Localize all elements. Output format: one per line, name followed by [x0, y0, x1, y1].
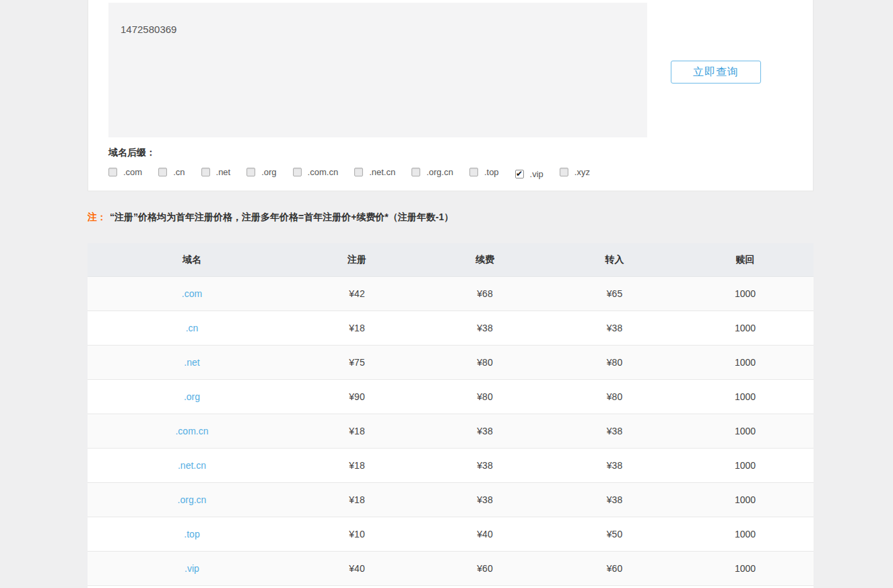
register-price: ¥18: [296, 426, 418, 436]
suffix-checkbox-label: .net: [216, 167, 231, 177]
suffix-checkbox-com[interactable]: .com: [108, 167, 142, 177]
redeem-price: 1000: [677, 563, 814, 574]
renew-price: ¥38: [418, 494, 552, 505]
checkbox-icon[interactable]: [354, 168, 363, 176]
redeem-price: 1000: [677, 357, 814, 368]
suffix-checkbox-net[interactable]: .net: [201, 167, 231, 177]
table-row: .org¥90¥80¥801000: [88, 380, 814, 414]
renew-price: ¥60: [418, 563, 552, 574]
table-row: .org.cn¥18¥38¥381000: [88, 483, 814, 517]
transfer-price: ¥65: [552, 288, 677, 299]
domain-link[interactable]: .top: [88, 529, 296, 540]
query-now-button[interactable]: 立即查询: [671, 61, 761, 84]
domain-link[interactable]: .org.cn: [88, 494, 296, 505]
page: { "query_panel": { "textarea_value": "14…: [0, 0, 893, 588]
price-table-body: .com¥42¥68¥651000.cn¥18¥38¥381000.net¥75…: [88, 277, 814, 586]
price-table-header-row: 域名注册续费转入赎回: [88, 243, 814, 277]
renew-price: ¥38: [418, 460, 552, 471]
transfer-price: ¥38: [552, 494, 677, 505]
suffix-checkbox-label: .com: [123, 167, 142, 177]
transfer-price: ¥60: [552, 563, 677, 574]
domain-link[interactable]: .vip: [88, 563, 296, 574]
domain-link[interactable]: .net.cn: [88, 460, 296, 471]
suffix-checkbox-top[interactable]: .top: [469, 167, 499, 177]
register-price: ¥10: [296, 529, 418, 540]
register-price: ¥90: [296, 391, 418, 402]
register-price: ¥18: [296, 460, 418, 471]
price-table: 域名注册续费转入赎回 .com¥42¥68¥651000.cn¥18¥38¥38…: [88, 243, 814, 588]
renew-price: ¥38: [418, 426, 552, 436]
column-header: 赎回: [677, 254, 814, 266]
suffix-checkbox-label: .cn: [173, 167, 185, 177]
table-row: .com¥42¥68¥651000: [88, 277, 814, 311]
column-header: 注册: [296, 254, 418, 266]
column-header: 转入: [552, 254, 677, 266]
suffix-checkbox-org[interactable]: .org: [246, 167, 276, 177]
checkbox-checked-icon[interactable]: ✔: [515, 170, 524, 178]
domain-link[interactable]: .cn: [88, 323, 296, 333]
table-row: .net.cn¥18¥38¥381000: [88, 449, 814, 483]
note-prefix: 注：: [88, 211, 106, 222]
transfer-price: ¥38: [552, 426, 677, 436]
domain-query-textarea[interactable]: 1472580369: [108, 3, 647, 137]
register-price: ¥18: [296, 323, 418, 333]
register-price: ¥42: [296, 288, 418, 299]
column-header: 续费: [418, 254, 552, 266]
table-row: .net¥75¥80¥801000: [88, 346, 814, 380]
checkbox-icon[interactable]: [246, 168, 255, 176]
renew-price: ¥38: [418, 323, 552, 333]
redeem-price: 1000: [677, 529, 814, 540]
checkbox-icon[interactable]: [108, 168, 117, 176]
table-row: .com.cn¥18¥38¥381000: [88, 414, 814, 449]
suffix-checkbox-com.cn[interactable]: .com.cn: [293, 167, 339, 177]
transfer-price: ¥38: [552, 460, 677, 471]
checkbox-icon[interactable]: [560, 168, 568, 176]
checkbox-icon[interactable]: [158, 168, 167, 176]
redeem-price: 1000: [677, 391, 814, 402]
checkbox-icon[interactable]: [201, 168, 210, 176]
domain-suffix-label: 域名后缀：: [108, 147, 156, 159]
transfer-price: ¥80: [552, 391, 677, 402]
renew-price: ¥80: [418, 357, 552, 368]
suffix-checkbox-label: .top: [484, 167, 499, 177]
suffix-checkbox-vip[interactable]: ✔.vip: [515, 169, 543, 179]
renew-price: ¥80: [418, 391, 552, 402]
renew-price: ¥40: [418, 529, 552, 540]
domain-link[interactable]: .org: [88, 391, 296, 402]
domain-link[interactable]: .com: [88, 288, 296, 299]
renew-price: ¥68: [418, 288, 552, 299]
suffix-checkbox-label: .org.cn: [426, 167, 453, 177]
domain-link[interactable]: .net: [88, 357, 296, 368]
suffix-checkbox-label: .net.cn: [369, 167, 395, 177]
suffix-checkbox-net.cn[interactable]: .net.cn: [354, 167, 395, 177]
redeem-price: 1000: [677, 494, 814, 505]
register-price: ¥18: [296, 494, 418, 505]
column-header: 域名: [88, 254, 296, 266]
register-price: ¥75: [296, 357, 418, 368]
domain-link[interactable]: .com.cn: [88, 426, 296, 436]
transfer-price: ¥38: [552, 323, 677, 333]
checkbox-icon[interactable]: [469, 168, 478, 176]
redeem-price: 1000: [677, 288, 814, 299]
redeem-price: 1000: [677, 460, 814, 471]
suffix-checkbox-cn[interactable]: .cn: [158, 167, 185, 177]
note-text: “注册”价格均为首年注册价格，注册多年价格=首年注册价+续费价*（注册年数-1）: [110, 211, 453, 222]
checkbox-icon[interactable]: [411, 168, 420, 176]
redeem-price: 1000: [677, 323, 814, 333]
domain-query-panel: 1472580369 立即查询 域名后缀： .com.cn.net.org.co…: [88, 0, 814, 191]
suffix-checkbox-xyz[interactable]: .xyz: [560, 167, 590, 177]
suffix-checkbox-label: .vip: [530, 169, 543, 179]
transfer-price: ¥80: [552, 357, 677, 368]
redeem-price: 1000: [677, 426, 814, 436]
suffix-checkbox-label: .org: [261, 167, 276, 177]
suffix-checkbox-label: .com.cn: [308, 167, 339, 177]
suffix-checkbox-label: .xyz: [574, 167, 590, 177]
transfer-price: ¥50: [552, 529, 677, 540]
domain-suffix-checkbox-row: .com.cn.net.org.com.cn.net.cn.org.cn.top…: [108, 167, 606, 179]
register-price: ¥40: [296, 563, 418, 574]
suffix-checkbox-org.cn[interactable]: .org.cn: [411, 167, 453, 177]
pricing-note: 注：“注册”价格均为首年注册价格，注册多年价格=首年注册价+续费价*（注册年数-…: [88, 211, 453, 224]
table-row: .cn¥18¥38¥381000: [88, 311, 814, 346]
table-row: .top¥10¥40¥501000: [88, 517, 814, 552]
checkbox-icon[interactable]: [293, 168, 302, 176]
